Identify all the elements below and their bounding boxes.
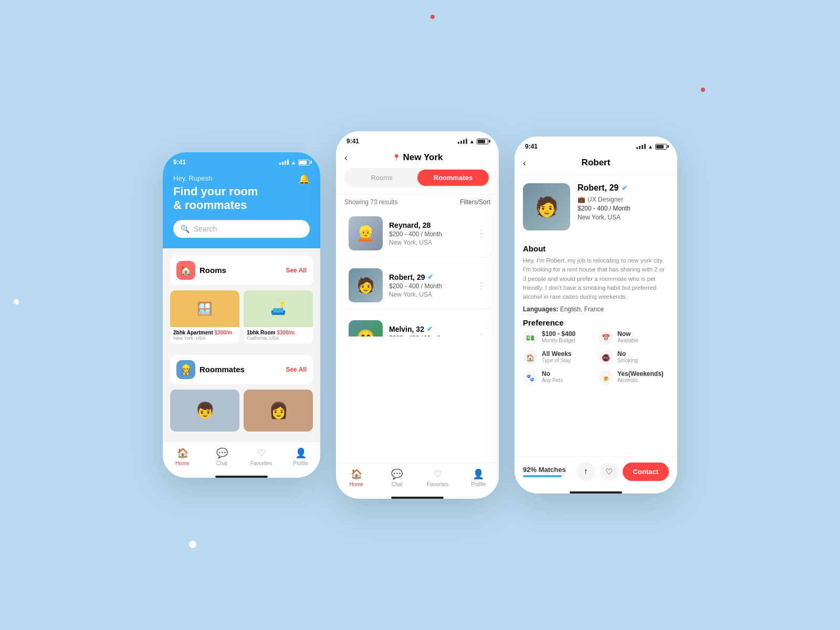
wifi-3: ▲ bbox=[648, 144, 653, 150]
room-loc-1: New York, USA bbox=[173, 335, 236, 341]
battery-3 bbox=[655, 144, 667, 150]
roommates-see-all[interactable]: See All bbox=[286, 366, 307, 373]
roommate-thumb-2[interactable]: 👩 bbox=[244, 390, 313, 432]
smoke-icon: 🚭 bbox=[598, 350, 613, 365]
nav-fav-1[interactable]: ♡ Favorites bbox=[242, 447, 281, 466]
chat-nav-label: Chat bbox=[216, 460, 227, 466]
favorite-button[interactable]: ♡ bbox=[600, 462, 618, 481]
budget-icon: 💵 bbox=[523, 330, 538, 345]
fav-nav-icon-2: ♡ bbox=[434, 468, 442, 480]
room-card-2[interactable]: 🛋️ 1bhk Room $300/m California, USA bbox=[244, 290, 313, 343]
nav-profile-2[interactable]: 👤 Profile bbox=[458, 468, 499, 487]
profile-verified: ✔ bbox=[622, 184, 627, 192]
home-title: Find your room & roommates bbox=[173, 185, 310, 213]
more-icon-1[interactable]: ⋮ bbox=[477, 228, 486, 239]
filter-button[interactable]: Filters/Sort bbox=[460, 198, 490, 206]
heart-icon: ♡ bbox=[605, 467, 613, 477]
verified-icon-2: ✔ bbox=[427, 325, 433, 333]
about-text: Hey, I'm Robert. my job is relocating to… bbox=[523, 256, 669, 301]
search-bar[interactable]: 🔍 Search bbox=[173, 220, 310, 238]
more-icon-2[interactable]: ⋮ bbox=[477, 280, 486, 291]
bell-icon: 🔔 bbox=[298, 173, 310, 185]
verified-icon: ✔ bbox=[427, 273, 433, 281]
rooms-see-all[interactable]: See All bbox=[286, 267, 307, 274]
home-nav-icon: 🏠 bbox=[177, 447, 188, 459]
chat-nav-icon-2: 💬 bbox=[391, 468, 403, 480]
nav-chat-1[interactable]: 💬 Chat bbox=[202, 447, 242, 466]
pref-title: Preference bbox=[523, 318, 669, 327]
list-item[interactable]: 👱 Reynard, 28 $200 - 400 / Month New Yor… bbox=[342, 210, 492, 257]
profile-nav-icon-2: 👤 bbox=[472, 468, 484, 480]
nav-fav-2[interactable]: ♡ Favorites bbox=[417, 468, 458, 487]
calendar-icon: 📅 bbox=[598, 330, 613, 345]
city-title: 📍 New York bbox=[392, 152, 443, 163]
search-icon: 🔍 bbox=[181, 225, 190, 233]
fav-nav-label: Favorites bbox=[250, 460, 272, 466]
back-button-2[interactable]: ‹ bbox=[344, 152, 348, 163]
dot-6 bbox=[14, 299, 19, 304]
roommate-photo-2: 👩 bbox=[244, 390, 313, 432]
more-icon-3[interactable]: ⋮ bbox=[477, 332, 486, 337]
share-button[interactable]: ↑ bbox=[576, 462, 595, 481]
rooms-grid: 🪟 2bhk Apartment $300/m New York, USA 🛋️… bbox=[170, 290, 313, 343]
wifi-1: ▲ bbox=[291, 160, 296, 165]
home-indicator-1 bbox=[215, 476, 268, 478]
search-placeholder: Search bbox=[194, 225, 217, 233]
nav-home-2[interactable]: 🏠 Home bbox=[336, 468, 377, 487]
languages-label: Languages: bbox=[523, 306, 558, 313]
signal-2 bbox=[458, 139, 467, 144]
profile-body: About Hey, I'm Robert. my job is relocat… bbox=[514, 239, 677, 456]
nav-chat-2[interactable]: 💬 Chat bbox=[377, 468, 418, 487]
bottom-nav-1: 🏠 Home 💬 Chat ♡ Favorites 👤 Profile bbox=[163, 442, 320, 476]
dot-2 bbox=[701, 88, 705, 92]
back-button-3[interactable]: ‹ bbox=[523, 158, 526, 169]
footer-actions: ↑ ♡ Contact bbox=[576, 462, 669, 481]
profile-header: ‹ Robert bbox=[514, 153, 677, 175]
room-card-1[interactable]: 🪟 2bhk Apartment $300/m New York, USA bbox=[170, 290, 239, 343]
phone-search: 9:41 ▲ ‹ 📍 New York Rooms Roommates bbox=[336, 131, 499, 499]
rooms-icon: 🏠 bbox=[176, 261, 195, 280]
profile-nav-label-2: Profile bbox=[471, 481, 486, 487]
list-item[interactable]: 😊 Melvin, 32 ✔ $200 - 400 / Month New Yo… bbox=[342, 314, 492, 337]
pet-icon: 🐾 bbox=[523, 370, 538, 385]
roommates-list: 👱 Reynard, 28 $200 - 400 / Month New Yor… bbox=[336, 210, 499, 337]
profile-page-title: Robert bbox=[582, 158, 611, 168]
briefcase-icon: 💼 bbox=[578, 196, 585, 203]
tab-roommates[interactable]: Roommates bbox=[417, 170, 489, 186]
bottom-nav-2: 🏠 Home 💬 Chat ♡ Favorites 👤 Profile bbox=[336, 463, 499, 497]
languages-row: Languages: English, France bbox=[523, 306, 669, 313]
battery-2 bbox=[477, 139, 488, 144]
greeting-text: Hey, Rupesh bbox=[173, 174, 212, 182]
nav-profile-1[interactable]: 👤 Profile bbox=[281, 447, 320, 466]
status-bar-2: 9:41 ▲ bbox=[336, 131, 499, 148]
profile-hero: 🧑 Robert, 29 ✔ 💼 UX Designer $200 - 400 … bbox=[514, 175, 677, 239]
profile-name-age: Robert, 29 bbox=[578, 183, 618, 193]
nav-home-1[interactable]: 🏠 Home bbox=[163, 447, 202, 466]
alcohol-icon: 🍺 bbox=[598, 370, 613, 385]
pref-available: 📅 Now Available bbox=[598, 330, 669, 345]
rooms-section: 🏠 Rooms See All 🪟 2bhk Apartment $300/m … bbox=[170, 256, 313, 350]
room-img-2: 🛋️ bbox=[244, 290, 313, 327]
profile-nav-icon: 👤 bbox=[295, 447, 307, 459]
pref-smoking: 🚭 No Smoking bbox=[598, 350, 669, 365]
match-bar-fill bbox=[523, 475, 562, 477]
profile-footer: 92% Matches ↑ ♡ Contact bbox=[514, 456, 677, 491]
signal-3 bbox=[636, 144, 646, 149]
status-bar-1: 9:41 ▲ bbox=[163, 152, 320, 169]
roommate-photo-1: 👦 bbox=[170, 390, 239, 432]
home-nav-icon-2: 🏠 bbox=[351, 468, 362, 480]
pref-stay: 🏠 All Weeks Type of Stay bbox=[523, 350, 593, 365]
list-item[interactable]: 🧑 Robert, 29 ✔ $200 - 400 / Month New Yo… bbox=[342, 262, 492, 309]
languages-value: English, France bbox=[560, 306, 604, 313]
roommates-header: 👷 Roommates See All bbox=[170, 355, 313, 384]
profile-budget: $200 - 400 / Month bbox=[578, 205, 631, 212]
roommate-thumb-1[interactable]: 👦 bbox=[170, 390, 239, 432]
pref-alcohol: 🍺 Yes(Weekends) Alcoholic bbox=[598, 370, 669, 385]
tab-rooms[interactable]: Rooms bbox=[346, 170, 417, 186]
home-header: Hey, Rupesh 🔔 Find your room & roommates… bbox=[163, 169, 320, 248]
time-1: 9:41 bbox=[173, 159, 186, 166]
contact-button[interactable]: Contact bbox=[623, 463, 669, 481]
room-loc-2: California, USA bbox=[247, 335, 310, 341]
roommates-grid: 👦 👩 bbox=[170, 390, 313, 432]
roommates-label: Roommates bbox=[200, 365, 245, 374]
